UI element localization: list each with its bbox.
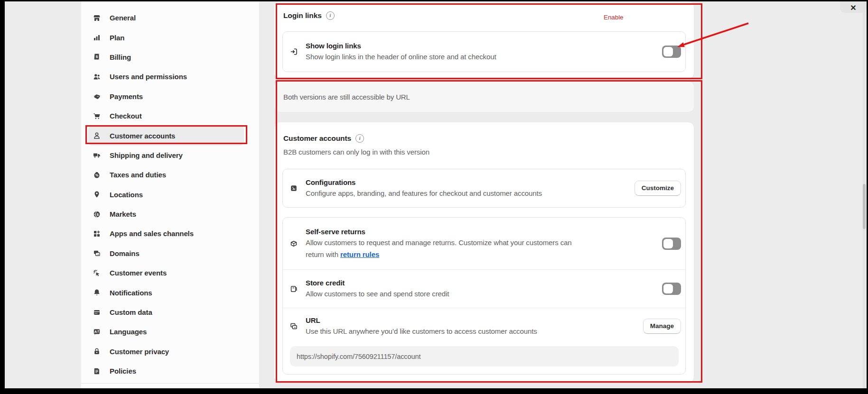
settings-sidebar: GeneralPlan$BillingUsers and permissions…	[81, 1, 259, 388]
url-access-banner: Both versions are still accessible by UR…	[274, 82, 694, 112]
sidebar-item-custom-data[interactable]: Custom data	[88, 302, 244, 322]
url-title: URL	[306, 315, 635, 325]
scrollbar-thumb[interactable]	[863, 184, 866, 229]
self-serve-returns-description-2: return with return rules	[306, 248, 654, 260]
customer-accounts-section: Customer accounts i B2B customers can on…	[274, 122, 694, 383]
customer-accounts-subtitle: B2B customers can only log in with this …	[283, 147, 685, 157]
store-credit-row: Store credit Allow customers to see and …	[283, 270, 685, 308]
sidebar-item-label: Custom data	[110, 308, 152, 316]
account-url-value: https://shopify.com/75609211157/account	[297, 353, 420, 360]
custom-data-icon	[93, 309, 101, 316]
sidebar-item-billing[interactable]: $Billing	[88, 47, 244, 67]
checkout-icon	[93, 112, 101, 120]
sidebar-divider	[81, 383, 259, 384]
svg-text:$: $	[96, 55, 98, 59]
store-icon	[93, 14, 101, 22]
url-description: Use this URL anywhere you’d like custome…	[306, 325, 635, 337]
policies-icon	[93, 367, 101, 375]
close-icon: ✕	[850, 3, 856, 13]
configurations-row: Configurations Configure apps, branding,…	[283, 169, 685, 207]
banner-text: Both versions are still accessible by UR…	[283, 93, 410, 101]
login-icon	[290, 48, 298, 55]
sidebar-item-label: Locations	[110, 191, 143, 199]
sidebar-item-label: Shipping and delivery	[110, 151, 183, 159]
sidebar-item-label: Billing	[110, 53, 131, 61]
sidebar-item-shipping-and-delivery[interactable]: Shipping and delivery	[88, 146, 244, 165]
sidebar-item-label: Notifications	[110, 289, 152, 297]
info-icon[interactable]: i	[355, 134, 364, 143]
markets-icon: $	[93, 211, 101, 218]
person-icon	[93, 132, 101, 139]
returns-icon	[290, 240, 298, 247]
sidebar-item-label: Customer events	[110, 269, 167, 277]
sidebar-item-apps-and-sales-channels[interactable]: Apps and sales channels	[88, 224, 244, 243]
sidebar-item-markets[interactable]: $Markets	[88, 204, 244, 224]
plan-icon	[93, 34, 101, 41]
customize-button[interactable]: Customize	[635, 181, 681, 196]
lock-icon	[93, 348, 101, 355]
sidebar-item-general[interactable]: General	[88, 8, 244, 27]
store-credit-description: Allow customers to see and spend store c…	[306, 288, 654, 300]
sidebar-item-locations[interactable]: Locations	[88, 185, 244, 204]
sidebar-item-policies[interactable]: Policies	[88, 361, 244, 381]
show-login-links-toggle[interactable]	[662, 46, 681, 58]
self-serve-returns-row: Self-serve returns Allow customers to re…	[283, 218, 685, 269]
sidebar-item-payments[interactable]: Payments	[88, 87, 244, 106]
store-credit-toggle[interactable]	[662, 283, 681, 295]
sidebar-item-customer-privacy[interactable]: Customer privacy	[88, 342, 244, 361]
settings-modal: GeneralPlan$BillingUsers and permissions…	[5, 1, 867, 388]
sidebar-item-notifications[interactable]: Notifications	[88, 283, 244, 302]
domains-icon	[93, 249, 101, 257]
sidebar-item-label: General	[110, 14, 136, 22]
self-serve-returns-description: Allow customers to request and manage re…	[306, 237, 654, 248]
sidebar-item-label: Policies	[110, 367, 136, 375]
sidebar-item-label: Taxes and duties	[110, 171, 166, 179]
show-login-links-title: Show login links	[306, 41, 654, 51]
url-row: URL Use this URL anywhere you’d like cus…	[283, 308, 685, 337]
svg-text:A: A	[94, 330, 97, 334]
account-url-field[interactable]: https://shopify.com/75609211157/account	[290, 346, 679, 367]
payments-icon	[93, 92, 101, 100]
login-links-title: Login links	[283, 10, 322, 21]
sidebar-item-label: Checkout	[110, 112, 142, 120]
sidebar-item-taxes-and-duties[interactable]: %Taxes and duties	[88, 165, 244, 184]
sidebar-item-languages[interactable]: ALanguages	[88, 322, 244, 341]
settings-main: Login links i Show login links Show logi…	[274, 1, 694, 388]
info-icon[interactable]: i	[326, 11, 335, 20]
sidebar-item-domains[interactable]: Domains	[88, 244, 244, 263]
login-links-section: Login links i Show login links Show logi…	[274, 1, 694, 79]
show-login-links-row: Show login links Show login links in the…	[283, 32, 685, 72]
sidebar-item-plan[interactable]: Plan	[88, 27, 244, 47]
svg-text:%: %	[95, 174, 99, 177]
store-credit-icon	[290, 285, 298, 293]
sidebar-item-label: Markets	[110, 210, 136, 218]
sidebar-item-label: Users and permissions	[110, 73, 187, 81]
apps-icon	[93, 230, 101, 238]
shipping-icon	[93, 151, 101, 159]
sidebar-nav: GeneralPlan$BillingUsers and permissions…	[81, 1, 259, 381]
sidebar-item-users-and-permissions[interactable]: Users and permissions	[88, 67, 244, 86]
configurations-title: Configurations	[306, 177, 627, 187]
sidebar-item-label: Plan	[110, 34, 124, 42]
sidebar-item-label: Apps and sales channels	[110, 229, 194, 238]
events-icon	[93, 269, 101, 277]
locations-icon	[93, 191, 101, 198]
sidebar-item-label: Customer privacy	[110, 348, 169, 356]
sidebar-item-label: Domains	[110, 249, 140, 257]
sidebar-item-label: Languages	[110, 328, 147, 336]
sidebar-item-checkout[interactable]: Checkout	[88, 106, 244, 126]
self-serve-returns-toggle[interactable]	[662, 238, 681, 250]
manage-button[interactable]: Manage	[643, 319, 681, 334]
configurations-description: Configure apps, branding, and features f…	[306, 187, 627, 199]
billing-icon: $	[93, 53, 101, 61]
show-login-links-description: Show login links in the header of online…	[306, 51, 654, 63]
self-serve-returns-title: Self-serve returns	[306, 227, 654, 237]
sidebar-item-customer-accounts[interactable]: Customer accounts	[88, 126, 244, 145]
languages-icon: A	[93, 328, 101, 336]
return-rules-link[interactable]: return rules	[340, 250, 379, 258]
taxes-icon: %	[93, 171, 101, 179]
sidebar-item-label: Payments	[110, 92, 143, 101]
url-icon	[290, 322, 298, 330]
customer-accounts-title: Customer accounts	[283, 133, 351, 144]
sidebar-item-customer-events[interactable]: Customer events	[88, 263, 244, 283]
